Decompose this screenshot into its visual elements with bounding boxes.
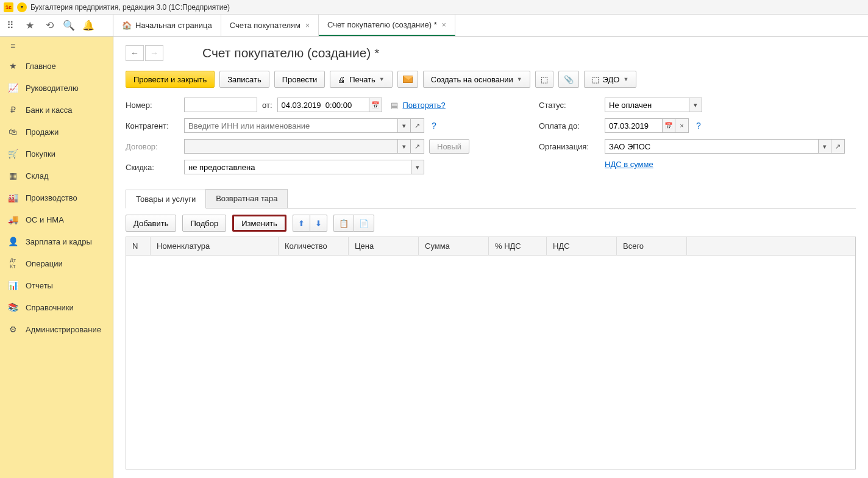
- move-up-button[interactable]: ⬆: [293, 215, 310, 232]
- post-and-close-button[interactable]: Провести и закрыть: [126, 71, 215, 88]
- row-org: Организация: ▾ ↗: [539, 139, 856, 154]
- subtab-goods[interactable]: Товары и услуги: [126, 190, 206, 209]
- sidebar-item-purchases[interactable]: 🛒 Покупки: [0, 143, 113, 165]
- save-button[interactable]: Записать: [219, 71, 269, 88]
- cart-icon: 🛒: [7, 148, 18, 159]
- apps-icon[interactable]: ⠿: [5, 20, 16, 31]
- table-body[interactable]: [126, 255, 855, 469]
- help-icon[interactable]: ?: [432, 121, 436, 130]
- tab-label: Счет покупателю (создание) *: [327, 20, 437, 29]
- sidebar-item-hr[interactable]: 👤 Зарплата и кадры: [0, 230, 113, 252]
- arrow-down-icon: ⬇: [315, 219, 322, 228]
- contract-label: Договор:: [126, 142, 179, 151]
- bell-icon[interactable]: 🔔: [83, 20, 94, 31]
- col-qty[interactable]: Количество: [279, 237, 349, 255]
- calendar-icon[interactable]: 📅: [662, 118, 675, 133]
- arrow-up-icon: ⬆: [298, 219, 305, 228]
- search-icon[interactable]: 🔍: [63, 20, 74, 31]
- date-input[interactable]: [277, 98, 369, 112]
- dropdown-icon[interactable]: ▾: [397, 118, 411, 133]
- back-button[interactable]: ←: [126, 45, 144, 61]
- status-input-group: ▾: [605, 98, 702, 112]
- person-icon: 👤: [7, 236, 18, 247]
- col-vat-pct[interactable]: % НДС: [489, 237, 547, 255]
- new-contract-button[interactable]: Новый: [429, 139, 469, 154]
- sidebar-item-label: Отчеты: [26, 281, 53, 290]
- number-input[interactable]: [184, 98, 257, 112]
- post-button[interactable]: Провести: [274, 71, 326, 88]
- col-vat[interactable]: НДС: [547, 237, 617, 255]
- tab-home[interactable]: 🏠 Начальная страница: [113, 15, 221, 36]
- repeat-link[interactable]: Повторять?: [403, 101, 446, 110]
- email-button[interactable]: [397, 71, 418, 88]
- sidebar-item-main[interactable]: ★ Главное: [0, 55, 113, 77]
- sidebar-item-production[interactable]: 🏭 Производство: [0, 187, 113, 209]
- tab-invoice-create[interactable]: Счет покупателю (создание) * ×: [319, 15, 455, 36]
- copy-button[interactable]: 📋: [333, 215, 354, 232]
- col-price[interactable]: Цена: [349, 237, 419, 255]
- move-buttons: ⬆ ⬇: [293, 215, 327, 232]
- edo-button[interactable]: ⬚ ЭДО ▼: [584, 71, 637, 88]
- star-icon[interactable]: ★: [24, 20, 35, 31]
- structure-button[interactable]: ⬚: [535, 71, 553, 88]
- create-based-button[interactable]: Создать на основании ▼: [423, 71, 530, 88]
- dropdown-icon[interactable]: ▾: [411, 160, 424, 174]
- forward-button[interactable]: →: [145, 45, 163, 61]
- change-button[interactable]: Изменить: [232, 215, 286, 232]
- discount-input[interactable]: [184, 160, 411, 174]
- sidebar-item-sales[interactable]: 🛍 Продажи: [0, 121, 113, 143]
- move-down-button[interactable]: ⬇: [310, 215, 327, 232]
- printer-icon: 🖨: [338, 75, 346, 84]
- calendar-icon[interactable]: 📅: [369, 98, 382, 112]
- add-button[interactable]: Добавить: [126, 215, 176, 232]
- payuntil-label: Оплата до:: [539, 121, 600, 130]
- attach-button[interactable]: 📎: [558, 71, 579, 88]
- close-icon[interactable]: ×: [305, 21, 310, 30]
- vat-link[interactable]: НДС в сумме: [605, 160, 653, 169]
- dropdown-icon[interactable]: ▾: [689, 98, 702, 112]
- open-icon[interactable]: ↗: [831, 139, 845, 154]
- open-icon[interactable]: ↗: [411, 139, 424, 154]
- print-button[interactable]: 🖨 Печать ▼: [330, 71, 393, 88]
- sidebar-item-warehouse[interactable]: ▦ Склад: [0, 165, 113, 187]
- close-icon[interactable]: ×: [442, 21, 446, 29]
- app-menu-icon[interactable]: ▾: [17, 2, 27, 12]
- open-icon[interactable]: ↗: [411, 118, 424, 133]
- col-n[interactable]: N: [126, 237, 151, 255]
- row-payuntil: Оплата до: 📅 × ?: [539, 118, 856, 133]
- paste-button[interactable]: 📄: [354, 215, 374, 232]
- status-label: Статус:: [539, 101, 600, 110]
- sidebar-item-manager[interactable]: 📈 Руководителю: [0, 77, 113, 99]
- status-input[interactable]: [605, 98, 689, 112]
- ruble-icon: ₽: [7, 104, 18, 115]
- sidebar-item-operations[interactable]: ДтКт Операции: [0, 252, 113, 274]
- select-button[interactable]: Подбор: [182, 215, 226, 232]
- tab-label: Счета покупателям: [230, 21, 301, 30]
- col-total[interactable]: Всего: [617, 237, 687, 255]
- sidebar-item-label: Главное: [26, 62, 56, 71]
- payuntil-input[interactable]: [605, 118, 662, 133]
- sidebar-toggle[interactable]: ≡: [0, 37, 113, 55]
- grid-icon: ▦: [7, 170, 18, 181]
- subtab-returnable[interactable]: Возвратная тара: [205, 189, 288, 208]
- dropdown-icon[interactable]: ▾: [397, 139, 411, 154]
- dropdown-icon[interactable]: ▾: [818, 139, 831, 154]
- sidebar-item-reports[interactable]: 📊 Отчеты: [0, 274, 113, 296]
- tab-invoices[interactable]: Счета покупателям ×: [221, 15, 319, 36]
- document-icon[interactable]: ▤: [391, 101, 398, 110]
- clear-icon[interactable]: ×: [675, 118, 689, 133]
- history-icon[interactable]: ⟲: [44, 20, 55, 31]
- org-input[interactable]: [605, 139, 818, 154]
- nav-buttons: ← →: [126, 45, 163, 61]
- sidebar-item-bank[interactable]: ₽ Банк и касса: [0, 99, 113, 121]
- org-label: Организация:: [539, 142, 600, 151]
- contractor-input[interactable]: [184, 118, 397, 133]
- help-icon[interactable]: ?: [696, 121, 701, 130]
- col-sum[interactable]: Сумма: [419, 237, 489, 255]
- sidebar-item-catalogs[interactable]: 📚 Справочники: [0, 296, 113, 318]
- row-discount: Скидка: ▾: [126, 160, 514, 174]
- sidebar-item-assets[interactable]: 🚚 ОС и НМА: [0, 209, 113, 230]
- col-nomenclature[interactable]: Номенклатура: [151, 237, 279, 255]
- print-label: Печать: [349, 75, 375, 84]
- sidebar-item-admin[interactable]: ⚙ Администрирование: [0, 318, 113, 340]
